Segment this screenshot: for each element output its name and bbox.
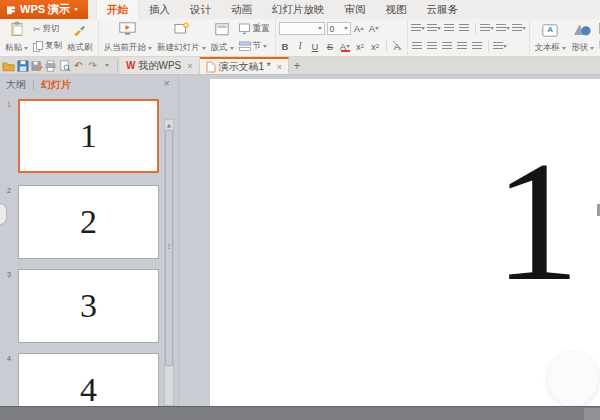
panel-collapse-handle[interactable] [0,203,7,225]
section-label: 节 [253,40,262,52]
line-spacing-button[interactable] [512,22,526,36]
print-button[interactable] [44,58,57,73]
ribbon-group-font: 0 A A B I U S A x2 x2 A [275,20,407,55]
new-slide-button[interactable]: 新建幻灯片 [155,20,208,55]
assistant-bubble[interactable] [548,352,598,406]
new-slide-label: 新建幻灯片 [157,42,200,54]
insert-textbox-button[interactable]: A 文本框 [533,20,569,55]
copy-button[interactable]: 复制 [31,38,64,54]
slide-layout-button[interactable]: 版式 [209,20,236,55]
font-color-button[interactable]: A [339,39,352,53]
text-direction-caret-icon [490,27,494,30]
decrease-font-size-button[interactable]: A [368,22,381,36]
numbering-caret-icon [437,27,441,30]
text-direction-button[interactable] [480,22,494,36]
paste-button[interactable]: 粘贴 [3,20,30,55]
doc-tab-presentation1[interactable]: 演示文稿1 * × [200,57,290,74]
print-preview-button[interactable] [58,58,71,73]
align-center-icon [427,42,437,51]
slide-thumbnail-3[interactable]: 3 [18,269,159,343]
strikethrough-button[interactable]: S [324,39,337,53]
insert-shapes-caret-icon [590,47,594,50]
menu-tab-cloud[interactable]: 云服务 [417,0,469,19]
increase-font-size-button[interactable]: A [353,22,366,36]
align-left-button[interactable] [411,39,424,53]
scrollbar-thumb[interactable] [165,130,173,366]
play-from-current-button[interactable]: 从当前开始 [102,20,155,55]
menu-tab-insert[interactable]: 插入 [139,0,180,19]
italic-button[interactable]: I [294,39,307,53]
save-as-button[interactable] [30,58,43,73]
font-size-select[interactable]: 0 [327,22,351,35]
align-text-button[interactable] [496,22,510,36]
font-name-select[interactable] [279,22,325,35]
undo-button[interactable]: ↶ [72,58,85,73]
open-button[interactable] [2,58,15,73]
numbering-button[interactable] [427,22,441,36]
slide-canvas[interactable]: 1 [210,79,600,406]
slide-thumbnail-4[interactable]: 4 [18,353,159,406]
outline-tab[interactable]: 大纲 [6,78,26,92]
panel-header-divider [33,80,34,90]
subscript-button[interactable]: x2 [369,39,382,53]
slides-tab[interactable]: 幻灯片 [41,78,71,92]
insert-shapes-button[interactable]: 形状 [569,20,596,55]
decrease-indent-button[interactable] [443,22,456,36]
slide-thumbnail-2[interactable]: 2 [18,185,159,259]
paragraph-divider-2 [488,40,489,52]
new-tab-button[interactable]: + [289,57,305,74]
menu-bar: 开始 插入 设计 动画 幻灯片放映 审阅 视图 云服务 [96,0,468,19]
align-center-button[interactable] [426,39,439,53]
paragraph-divider-1 [475,23,476,35]
slide-3-content: 3 [80,287,97,325]
redo-button[interactable]: ↷ [86,58,99,73]
doc-tab-my-wps-close-icon[interactable]: × [187,61,192,71]
menu-tab-home[interactable]: 开始 [96,0,139,19]
scroll-up-button[interactable]: ▲ [165,120,173,130]
bullets-icon [411,24,421,33]
scissors-icon: ✂ [33,24,41,34]
doc-tab-presentation1-close-icon[interactable]: × [277,62,282,72]
menu-tab-design[interactable]: 设计 [180,0,221,19]
quick-access-toolbar: ↶ ↷ [0,57,115,74]
slide-1-content: 1 [80,117,97,155]
format-painter-button[interactable]: 格式刷 [65,20,95,55]
doc-tab-my-wps[interactable]: W 我的WPS × [120,57,200,74]
ribbon: 粘贴 ✂剪切 复制 格式刷 从当前开始 新建幻灯片 版式 [0,19,600,57]
cut-button[interactable]: ✂剪切 [31,21,64,37]
character-effect-button[interactable]: A [391,39,404,53]
bullets-button[interactable] [411,22,425,36]
menu-tab-view[interactable]: 视图 [376,0,417,19]
font-size-caret-icon [344,27,348,30]
grow-font-caret-icon [360,27,364,30]
align-right-button[interactable] [441,39,454,53]
reset-button[interactable]: 重置 [237,21,272,37]
columns-button[interactable] [493,39,507,53]
wps-app-button[interactable]: WPS 演示 [0,0,88,19]
customize-toolbar-button[interactable] [100,58,113,73]
menu-tab-slideshow[interactable]: 幻灯片放映 [262,0,335,19]
print-icon [44,60,57,72]
customize-caret-icon [105,64,109,67]
cut-copy-column: ✂剪切 复制 [31,20,64,55]
increase-indent-button[interactable] [458,22,471,36]
wps-home-icon: W [126,60,135,71]
undo-icon: ↶ [74,61,82,71]
slide-title-text[interactable]: 1 [482,135,592,307]
font-row-1: 0 A A [279,20,404,37]
bold-button[interactable]: B [279,39,292,53]
slide-thumbnail-1[interactable]: 1 [18,99,159,173]
menu-tab-review[interactable]: 审阅 [335,0,376,19]
save-button[interactable] [16,58,29,73]
underline-button[interactable]: U [309,39,322,53]
thumbnail-scrollbar[interactable]: ▲ [164,119,174,406]
justify-button[interactable] [456,39,469,53]
panel-close-button[interactable]: × [164,77,170,89]
superscript-button[interactable]: x2 [354,39,367,53]
section-button[interactable]: 节 [237,38,272,54]
distribute-button[interactable] [471,39,484,53]
menu-tab-animation[interactable]: 动画 [221,0,262,19]
increase-indent-icon [459,24,469,33]
presentation-doc-icon [206,61,216,73]
slide-3-number: 3 [7,271,11,278]
